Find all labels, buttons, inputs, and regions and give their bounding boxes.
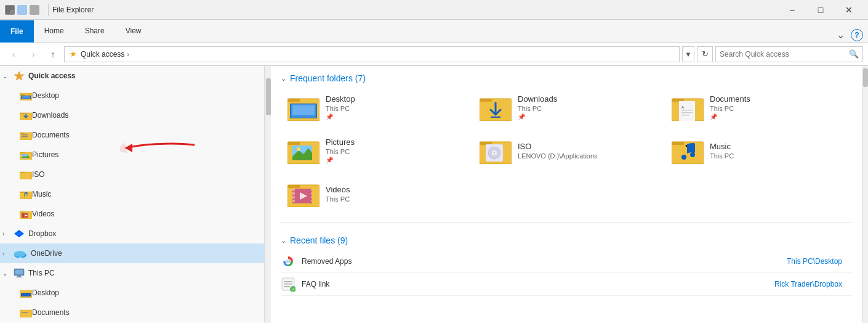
- svg-rect-76: [292, 192, 295, 195]
- sidebar-section-dropbox[interactable]: › Dropbox: [0, 224, 264, 243]
- recent-file-faq[interactable]: ✓ FAQ link Rick Trader\Dropbox: [281, 273, 852, 296]
- sidebar-item-pictures[interactable]: Pictures 📌: [15, 145, 264, 165]
- ribbon-collapse-button[interactable]: ⌄: [833, 28, 848, 42]
- content-scrollbar[interactable]: [862, 66, 868, 323]
- content-inner: ⌄ Frequent folders (7): [271, 66, 862, 306]
- svg-rect-32: [17, 276, 21, 277]
- folder-card-downloads[interactable]: Downloads This PC 📌: [473, 88, 660, 126]
- svg-rect-46: [480, 99, 492, 102]
- svg-rect-23: [20, 211, 25, 213]
- refresh-button[interactable]: ↻: [697, 46, 713, 62]
- sidebar-section-quickaccess[interactable]: ⌄ Quick access: [0, 66, 264, 86]
- sidebar-iso-label: ISO: [32, 170, 259, 179]
- minimize-button[interactable]: –: [778, 0, 806, 20]
- sidebar-quickaccess-label: Quick access: [28, 72, 262, 80]
- sidebar-videos-label: Videos: [32, 210, 259, 218]
- iso-folder-card-info: ISO LENOVO (D:)\Applications: [518, 142, 598, 160]
- pictures-folder-card-info: Pictures This PC 📌: [326, 137, 355, 163]
- search-input[interactable]: [720, 50, 849, 59]
- tab-share[interactable]: Share: [74, 20, 115, 42]
- svg-point-66: [494, 152, 496, 154]
- videos-folder-path: This PC: [326, 195, 350, 203]
- sidebar-item-videos[interactable]: Videos: [15, 204, 264, 224]
- svg-point-69: [681, 155, 686, 160]
- desktop-folder-icon: [20, 91, 32, 100]
- downloads-folder-card-icon: [480, 94, 512, 121]
- close-button[interactable]: ✕: [835, 0, 863, 20]
- quickaccess-chevron-icon: ⌄: [2, 73, 11, 80]
- folder-card-music[interactable]: Music This PC: [665, 131, 852, 170]
- thispc-chevron-icon: ⌄: [2, 270, 11, 277]
- svg-rect-77: [292, 196, 295, 198]
- tab-home[interactable]: Home: [34, 20, 74, 42]
- tab-view[interactable]: View: [115, 20, 152, 42]
- svg-rect-31: [15, 270, 23, 274]
- dropbox-icon: [14, 228, 25, 239]
- desktop-folder-name: Desktop: [326, 94, 355, 104]
- back-button[interactable]: ‹: [5, 46, 22, 62]
- removed-apps-path: This PC\Desktop: [787, 257, 852, 266]
- svg-rect-35: [21, 293, 31, 296]
- address-dropdown-button[interactable]: ▼: [682, 46, 694, 62]
- sidebar-item-desktop[interactable]: Desktop 📌: [15, 86, 264, 105]
- recent-file-removed-apps[interactable]: Removed Apps This PC\Desktop: [281, 250, 852, 273]
- svg-rect-52: [679, 101, 695, 121]
- pictures-folder-name: Pictures: [326, 137, 355, 147]
- pictures-folder-path: This PC: [326, 148, 355, 155]
- forward-button[interactable]: ›: [25, 46, 42, 62]
- sidebar-item-music[interactable]: Music: [15, 184, 264, 204]
- ribbon-help-button[interactable]: ?: [851, 29, 863, 41]
- svg-rect-81: [311, 196, 312, 198]
- music-folder-icon: [20, 189, 32, 199]
- folder-card-desktop[interactable]: Desktop This PC 📌: [281, 88, 468, 126]
- sidebar-music-label: Music: [32, 190, 259, 198]
- downloads-folder-card-info: Downloads This PC 📌: [518, 94, 557, 120]
- tab-file[interactable]: File: [0, 20, 34, 43]
- sidebar-documents-label: Documents: [32, 131, 252, 139]
- search-box[interactable]: 🔍: [715, 46, 863, 62]
- sidebar-item-iso[interactable]: ISO: [15, 165, 264, 184]
- removed-apps-name: Removed Apps: [302, 257, 787, 266]
- folder-card-videos[interactable]: Videos This PC: [281, 174, 468, 213]
- folder-card-pictures[interactable]: Pictures This PC 📌: [281, 131, 468, 170]
- svg-rect-58: [287, 142, 300, 145]
- folder-card-iso[interactable]: ISO LENOVO (D:)\Applications: [473, 131, 660, 170]
- svg-point-29: [14, 251, 20, 256]
- svg-rect-8: [22, 96, 30, 99]
- iso-folder-path: LENOVO (D:)\Applications: [518, 152, 598, 160]
- frequent-folders-header[interactable]: ⌄ Frequent folders (7): [281, 66, 852, 88]
- svg-rect-21: [20, 192, 25, 193]
- pictures-pin-icon: 📌: [326, 157, 355, 163]
- videos-folder-card-icon: [287, 180, 319, 207]
- search-icon: 🔍: [849, 49, 859, 59]
- svg-rect-72: [287, 185, 300, 188]
- svg-rect-54: [681, 110, 693, 111]
- sidebar-thispc-label: This PC: [28, 269, 262, 277]
- up-button[interactable]: ↑: [44, 46, 62, 62]
- svg-rect-6: [20, 94, 25, 96]
- svg-rect-80: [311, 192, 312, 195]
- folder-card-documents[interactable]: A Documents This PC 📌: [665, 88, 852, 126]
- thispc-icon: [14, 268, 25, 279]
- window-controls: – □ ✕: [778, 0, 863, 20]
- sidebar-item-thispc-desktop[interactable]: Desktop: [15, 283, 264, 303]
- sidebar-scrollbar[interactable]: [265, 66, 271, 323]
- svg-rect-75: [292, 189, 295, 191]
- svg-rect-82: [311, 200, 312, 202]
- desktop-folder-card-info: Desktop This PC 📌: [326, 94, 355, 120]
- path-chevron-icon: ›: [127, 51, 129, 58]
- sidebar-section-thispc[interactable]: ⌄ This PC: [0, 263, 264, 283]
- maximize-button[interactable]: □: [806, 0, 835, 20]
- sidebar-item-downloads[interactable]: Downloads 📌: [15, 105, 264, 125]
- recent-files-header[interactable]: ⌄ Recent files (9): [281, 228, 852, 250]
- svg-rect-0: [7, 7, 9, 9]
- sidebar: ⌄ Quick access De: [0, 66, 265, 322]
- sidebar-section-onedrive[interactable]: › OneDrive: [0, 243, 264, 263]
- address-path[interactable]: ★ Quick access ›: [64, 46, 680, 62]
- documents-pin-icon: 📌: [710, 113, 750, 120]
- sidebar-dropbox-label: Dropbox: [28, 229, 262, 238]
- desktop-folder-card-icon: [287, 94, 319, 121]
- sidebar-item-documents[interactable]: Documents 📌: [15, 125, 264, 145]
- sidebar-item-thispc-documents[interactable]: Documents: [15, 303, 264, 322]
- desktop-pin-icon: 📌: [326, 113, 355, 120]
